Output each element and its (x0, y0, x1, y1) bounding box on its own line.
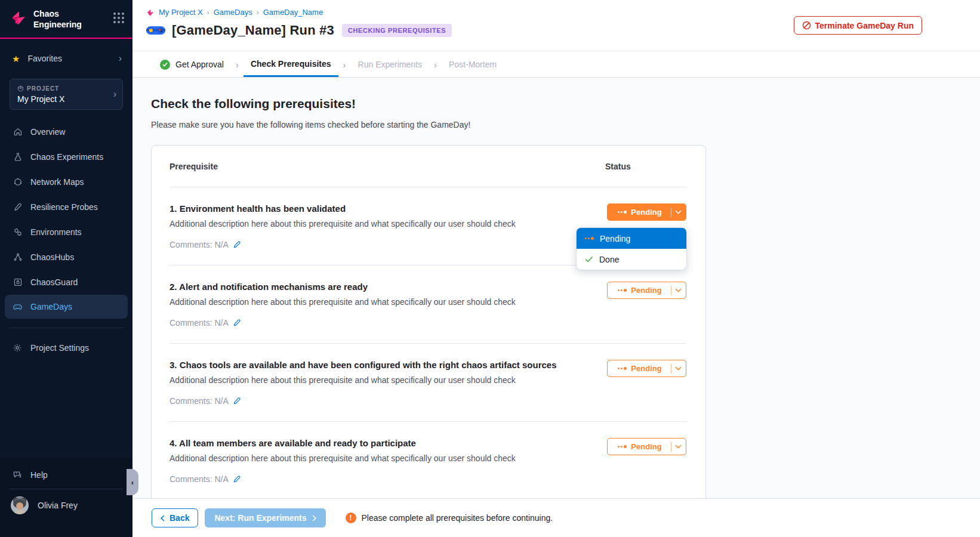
chevron-right-icon: › (231, 52, 244, 77)
status-label: Pending (631, 208, 661, 217)
sidebar-item-label: ChaosGuard (30, 277, 78, 287)
sidebar-item-project-settings[interactable]: Project Settings (0, 337, 132, 359)
svg-text:?: ? (16, 472, 17, 476)
edit-comment-icon[interactable] (233, 319, 241, 327)
edit-comment-icon[interactable] (233, 475, 241, 483)
app-switcher-icon[interactable] (113, 13, 124, 23)
sidebar-item-label: Environments (30, 227, 82, 237)
star-icon: ★ (12, 54, 20, 63)
chevron-right-icon: › (429, 52, 442, 77)
menu-option-done[interactable]: Done (577, 249, 686, 270)
footer-bar: Back Next: Run Experiments ! Please comp… (132, 498, 980, 537)
comments-value: Comments: N/A (170, 474, 229, 484)
sidebar-item-chaosguard[interactable]: ChaosGuard (0, 270, 132, 295)
check-icon (585, 256, 593, 263)
settings-label: Project Settings (30, 343, 89, 353)
table-row: 2. Alert and notification mechanisms are… (170, 266, 686, 344)
sidebar-item-help[interactable]: ? Help (0, 462, 132, 487)
step-get-approval[interactable]: Get Approval (153, 52, 231, 77)
status-label: Pending (631, 364, 661, 373)
table-row: 1. Environment health has been validated… (170, 187, 686, 266)
prereq-description: Additional description here about this p… (170, 219, 570, 229)
sidebar-bottom: ? Help Olivia Frey (0, 458, 132, 537)
sidebar-item-environments[interactable]: Environments (0, 220, 132, 245)
sidebar-item-label: ChaosHubs (30, 252, 74, 262)
warning-text: Please complete all prerequisites before… (362, 513, 553, 523)
user-menu[interactable]: Olivia Frey (0, 489, 132, 514)
gamepad-emoji-icon (146, 23, 166, 38)
pending-dots-icon (618, 211, 627, 214)
gamepad-icon (13, 302, 23, 312)
pending-dots-icon (618, 367, 627, 370)
sidebar-nav: Overview Chaos Experiments Network Maps … (0, 119, 132, 319)
sidebar-item-favorites[interactable]: ★ Favorites › (0, 51, 132, 66)
sidebar-item-overview[interactable]: Overview (0, 119, 132, 144)
comments-value: Comments: N/A (170, 318, 229, 328)
step-post-mortem[interactable]: Post-Mortem (442, 52, 504, 77)
pending-dots-icon (585, 237, 594, 240)
comments-value: Comments: N/A (170, 240, 229, 249)
chaos-logo-icon (10, 9, 27, 27)
help-label: Help (30, 470, 48, 480)
step-label: Run Experiments (358, 60, 422, 69)
chevron-right-icon: › (119, 54, 122, 63)
step-label: Get Approval (175, 60, 224, 69)
edit-comment-icon[interactable] (233, 397, 241, 405)
back-button[interactable]: Back (152, 508, 198, 527)
menu-option-pending[interactable]: Pending (577, 228, 686, 249)
sidebar-item-gamedays[interactable]: GameDays (5, 295, 128, 319)
sidebar-item-label: GameDays (30, 302, 72, 311)
step-check-prerequisites[interactable]: Check Prerequisites (244, 52, 338, 77)
table-header: Prerequisite Status (170, 146, 686, 187)
sidebar-item-label: Overview (30, 127, 65, 137)
prerequisites-card: Prerequisite Status 1. Environment healt… (151, 145, 706, 498)
breadcrumb-link-gameday-name[interactable]: GameDay_Name (263, 8, 323, 17)
sidebar-item-resilience-probes[interactable]: Resilience Probes (0, 195, 132, 220)
run-stepper: Get Approval › Check Prerequisites › Run… (132, 52, 980, 78)
status-dropdown-button[interactable]: Pending (607, 360, 686, 377)
breadcrumb-link-gamedays[interactable]: GameDays (214, 8, 252, 17)
status-dropdown-button[interactable]: Pending (607, 203, 686, 221)
prereq-title: 1. Environment health has been validated (170, 203, 570, 214)
sidebar-item-chaoshubs[interactable]: ChaosHubs (0, 245, 132, 270)
project-name: My Project X (17, 94, 113, 104)
status-badge: CHECKING PREREQUISITES (342, 24, 452, 37)
sidebar-item-label: Chaos Experiments (30, 152, 103, 162)
sidebar-item-network-maps[interactable]: Network Maps (0, 169, 132, 195)
chevron-down-icon (675, 445, 682, 449)
main-content: Check the following prerequisites! Pleas… (132, 78, 980, 498)
page-header: My Project X › GameDays › GameDay_Name [… (132, 0, 980, 51)
status-label: Pending (631, 442, 661, 451)
pending-dots-icon (618, 445, 627, 448)
chevron-right-icon: › (257, 8, 259, 17)
environments-icon (13, 227, 23, 237)
sidebar-collapse-handle[interactable]: ‹ (127, 469, 138, 495)
option-label: Done (599, 255, 619, 264)
home-icon (13, 127, 23, 137)
next-label: Next: Run Experiments (214, 513, 306, 523)
network-map-icon (13, 177, 23, 187)
brand-title: Chaos Engineering (33, 9, 113, 30)
prereq-description: Additional description here about this p… (170, 453, 570, 463)
breadcrumb-link-project[interactable]: My Project X (159, 8, 203, 17)
chaos-logo-mini-icon (146, 8, 155, 17)
chevron-right-icon (312, 515, 316, 521)
table-row: 3. Chaos tools are available and have be… (170, 344, 686, 422)
sidebar-item-chaos-experiments[interactable]: Chaos Experiments (0, 144, 132, 169)
avatar (11, 496, 29, 514)
edit-comment-icon[interactable] (233, 240, 241, 249)
project-selector[interactable]: PROJECT My Project X › (10, 79, 123, 110)
warning-icon: ! (346, 513, 356, 523)
prereq-description: Additional description here about this p… (170, 375, 570, 385)
lock-icon (13, 277, 23, 288)
gear-icon (13, 343, 23, 353)
status-dropdown-button[interactable]: Pending (607, 438, 686, 455)
sidebar-item-label: Resilience Probes (30, 202, 98, 212)
step-run-experiments[interactable]: Run Experiments (351, 52, 429, 77)
back-label: Back (170, 513, 189, 523)
option-label: Pending (600, 234, 630, 243)
status-label: Pending (631, 286, 661, 295)
status-dropdown-button[interactable]: Pending (607, 282, 686, 299)
terminate-gameday-button[interactable]: Terminate GameDay Run (794, 16, 922, 35)
next-run-experiments-button[interactable]: Next: Run Experiments (205, 508, 325, 527)
